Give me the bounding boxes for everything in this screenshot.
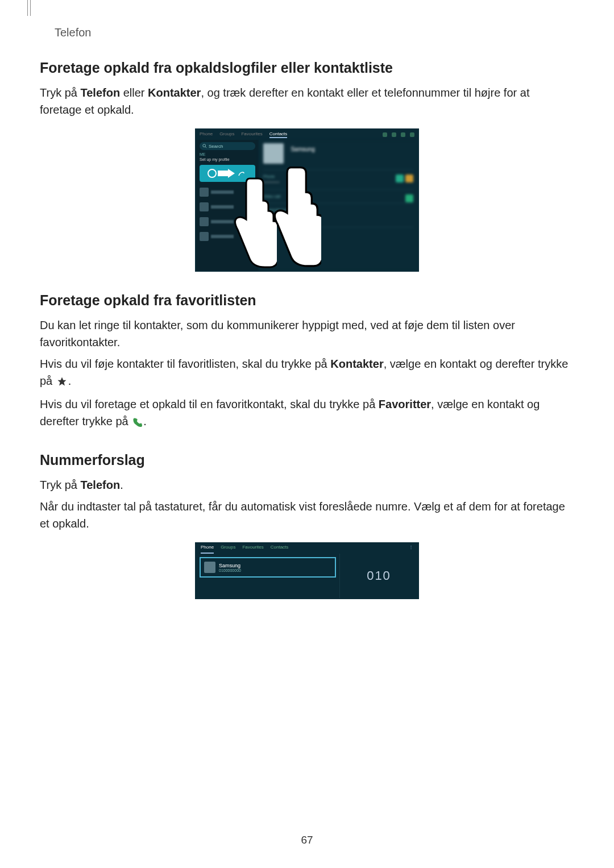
para-fav-1: Du kan let ringe til kontakter, som du k… [40,317,574,351]
star-icon [57,374,67,391]
heading-suggest: Nummerforslag [40,452,574,468]
list-item [200,216,255,227]
dialer-display: 010 [339,554,418,598]
suggest-number: 0100000000 [219,568,241,572]
tab-favourites: Favourites [242,545,263,554]
screenshot-contacts: Phone Groups Favourites Contacts Search [195,128,419,272]
contact-name: Samsung [291,146,314,152]
screenshot-dialer: Phone Groups Favourites Contacts ⋮ Samsu… [195,542,419,599]
list-item [200,186,255,198]
svg-rect-3 [218,171,228,176]
avatar [263,143,284,164]
header-section-label: Telefon [55,26,574,39]
top-icon [410,132,414,137]
tab-contacts: Contacts [271,545,289,554]
swipe-indicator [200,165,255,182]
top-icon [401,132,405,137]
video-icon [405,194,413,202]
para-fav-3: Hvis du vil foretage et opkald til en fa… [40,396,574,431]
heading-favourites: Foretage opkald fra favoritlisten [40,292,574,309]
list-item [200,201,255,213]
page: Telefon Foretage opkald fra opkaldslogfi… [0,0,614,868]
tab-marker [27,0,31,16]
setup-profile: Set up my profile [200,157,255,161]
search-field: Search [200,142,255,150]
svg-marker-5 [57,377,66,386]
para-suggest-2: Når du indtaster tal på tastaturet, får … [40,498,574,532]
para-fav-2: Hvis du vil føje kontakter til favoritli… [40,355,574,391]
tab-favourites: Favourites [241,131,262,138]
call-icon [396,175,404,182]
figure-number-suggest: Phone Groups Favourites Contacts ⋮ Samsu… [40,542,574,599]
suggestion-item: Samsung 0100000000 [200,557,336,578]
tab-phone: Phone [200,131,213,138]
svg-line-1 [205,147,206,148]
para-calllog-1: Tryk på Telefon eller Kontakter, og træk… [40,84,574,118]
tab-groups: Groups [219,131,234,138]
avatar [204,562,215,573]
top-icon [383,132,387,137]
figure-swipe-contact: Phone Groups Favourites Contacts Search [40,128,574,272]
svg-point-2 [208,169,216,177]
page-number: 67 [0,834,614,846]
message-icon [405,175,413,182]
phone-icon [132,414,142,431]
heading-calllog: Foretage opkald fra opkaldslogfiler elle… [40,60,574,76]
svg-point-0 [203,144,206,147]
list-item [200,231,255,242]
menu-icon: ⋮ [409,545,413,554]
me-label: ME [200,152,255,156]
suggest-name: Samsung [219,563,241,568]
search-icon [202,144,207,148]
para-suggest-1: Tryk på Telefon. [40,476,574,493]
top-icon [392,132,396,137]
tab-contacts: Contacts [269,131,288,138]
svg-marker-4 [228,169,235,178]
tab-phone: Phone [201,545,214,554]
tab-groups: Groups [221,545,235,554]
